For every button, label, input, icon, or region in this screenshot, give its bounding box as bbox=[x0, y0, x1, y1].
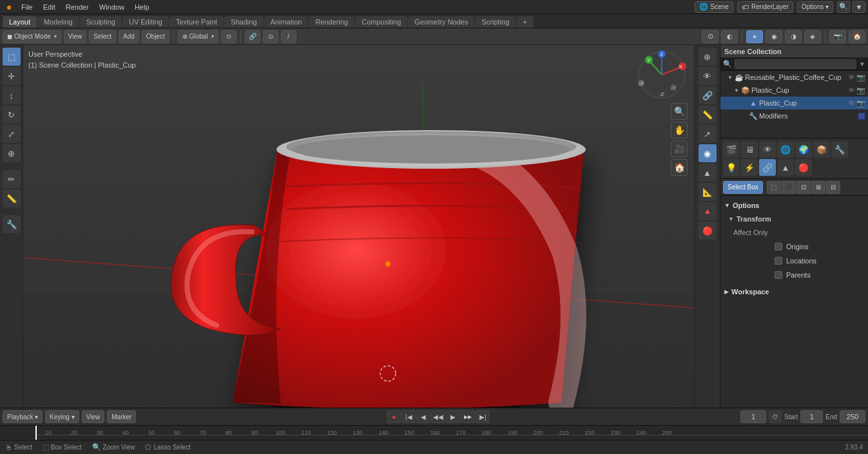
prop-icon-view-layer[interactable]: 👁 bbox=[759, 141, 776, 158]
record-btn[interactable]: ● bbox=[387, 410, 401, 423]
prop-icon-render[interactable]: 🎬 bbox=[723, 141, 740, 158]
menu-render[interactable]: Render bbox=[61, 2, 93, 12]
select-mode-4[interactable]: ⊞ bbox=[811, 181, 825, 194]
select-mode-5[interactable]: ⊟ bbox=[826, 181, 840, 194]
options-header[interactable]: ▼ Options bbox=[723, 198, 865, 213]
tab-geometry-nodes[interactable]: Geometry Nodes bbox=[408, 16, 474, 28]
outliner-eye-0[interactable]: 👁 bbox=[848, 73, 855, 82]
keying-menu[interactable]: Keying ▾ bbox=[45, 410, 79, 423]
playback-menu[interactable]: Playback ▾ bbox=[3, 410, 43, 423]
locations-checkbox[interactable] bbox=[775, 257, 782, 265]
prev-frame-btn[interactable]: ◀ bbox=[416, 410, 430, 423]
tool-add[interactable]: 🔧 bbox=[3, 215, 21, 233]
menu-help[interactable]: Help bbox=[130, 2, 154, 12]
snap-toggle[interactable]: 🔗 bbox=[245, 30, 260, 43]
tab-compositing[interactable]: Compositing bbox=[355, 16, 407, 28]
snap-icon-side[interactable]: 🔗 bbox=[699, 86, 717, 104]
render-layer-selector[interactable]: 🏷 RenderLayer bbox=[737, 1, 793, 13]
prop-icon-data[interactable]: ▲ bbox=[777, 159, 794, 176]
prop-icon-particles[interactable]: 💡 bbox=[723, 159, 740, 176]
proportional-toggle[interactable]: ⊙ bbox=[263, 30, 278, 43]
frame-number[interactable]: 1 bbox=[740, 410, 766, 423]
timeline-area[interactable]: 10 20 30 40 50 60 70 80 90 100 110 120 1… bbox=[0, 426, 868, 440]
viewport-gizmo[interactable]: X Y Z -X -Y -Z bbox=[636, 49, 688, 100]
overlay-button[interactable]: ⊙ bbox=[702, 30, 719, 43]
parents-checkbox[interactable] bbox=[775, 271, 782, 279]
tab-sculpting[interactable]: Sculpting bbox=[80, 16, 122, 28]
outliner-item-3[interactable]: ▶ 🔧 Modifiers M bbox=[720, 109, 868, 122]
start-frame[interactable]: 1 bbox=[800, 410, 823, 423]
outliner-eye-2[interactable]: 👁 bbox=[848, 99, 855, 108]
tab-animation[interactable]: Animation bbox=[264, 16, 309, 28]
mode-selector[interactable]: ◼ Object Mode ▾ bbox=[3, 30, 61, 43]
outliner-arrow-1[interactable]: ▼ bbox=[733, 87, 740, 93]
jump-start-btn[interactable]: |◀ bbox=[401, 410, 416, 423]
tool-transform[interactable]: ⊕ bbox=[3, 144, 21, 162]
outliner-item-1[interactable]: ▼ 📦 Plastic_Cup 👁 📷 bbox=[720, 84, 868, 97]
outliner-eye-1[interactable]: 👁 bbox=[848, 86, 855, 95]
outliner-camera-1[interactable]: 📷 bbox=[856, 86, 865, 95]
prop-icon-output[interactable]: 🖥 bbox=[741, 141, 758, 158]
play-reverse-btn[interactable]: ◀◀ bbox=[431, 410, 445, 423]
render-icon-side[interactable]: 🔴 bbox=[699, 222, 717, 240]
jump-end-btn[interactable]: ▶| bbox=[476, 410, 490, 423]
prop-icon-material[interactable]: 🔴 bbox=[795, 159, 812, 176]
view-menu[interactable]: View bbox=[64, 30, 87, 43]
measure-icon-side[interactable]: 📏 bbox=[699, 106, 717, 124]
transform-header[interactable]: ▼ Transform bbox=[723, 213, 865, 225]
object-menu[interactable]: Object bbox=[142, 30, 169, 43]
camera-btn[interactable]: 🎥 bbox=[671, 140, 688, 157]
material-shading[interactable]: ◉ bbox=[766, 30, 782, 43]
tab-texture-paint[interactable]: Texture Paint bbox=[169, 16, 224, 28]
options-button[interactable]: Options ▾ bbox=[797, 1, 833, 13]
active-tool-icon[interactable]: ⊕ bbox=[699, 48, 717, 66]
falloff-toggle[interactable]: / bbox=[281, 30, 296, 43]
prop-icon-scene[interactable]: 🌐 bbox=[777, 141, 794, 158]
tool-measure[interactable]: 📏 bbox=[3, 189, 21, 207]
pan-btn[interactable]: ✋ bbox=[671, 122, 688, 138]
prop-icon-world[interactable]: 🌍 bbox=[795, 141, 812, 158]
tab-layout[interactable]: Layout bbox=[3, 16, 37, 28]
shading-icon-side[interactable]: ◉ bbox=[699, 144, 717, 162]
scene-btn[interactable]: 🏠 bbox=[671, 159, 688, 176]
zoom-in-btn[interactable]: 🔍 bbox=[671, 103, 688, 120]
outliner-camera-0[interactable]: 📷 bbox=[856, 73, 865, 82]
pivot-button[interactable]: ⊙ bbox=[221, 30, 236, 43]
play-btn[interactable]: ▶ bbox=[446, 410, 460, 423]
tab-add[interactable]: + bbox=[516, 16, 533, 28]
outliner-arrow-0[interactable]: ▼ bbox=[727, 74, 733, 80]
overlay2-icon[interactable]: ▲ bbox=[699, 164, 717, 182]
prop-icon-constraints[interactable]: 🔗 bbox=[759, 159, 776, 176]
viewport[interactable]: User Perspective (1) Scene Collection | … bbox=[23, 45, 694, 408]
tab-modeling[interactable]: Modeling bbox=[37, 16, 79, 28]
outliner-search-input[interactable] bbox=[735, 59, 856, 69]
tool-select[interactable]: ⬚ bbox=[3, 48, 21, 66]
xray-button[interactable]: ◐ bbox=[721, 30, 738, 43]
visibility-icon[interactable]: 🔺 bbox=[699, 202, 717, 220]
transform-orientation[interactable]: ⊕ Global ▾ bbox=[178, 30, 218, 43]
menu-edit[interactable]: Edit bbox=[39, 2, 60, 12]
next-frame-btn[interactable]: ▶▶ bbox=[461, 410, 475, 423]
outliner-filter-icon[interactable]: ▼ bbox=[859, 61, 865, 68]
tab-shading[interactable]: Shading bbox=[224, 16, 263, 28]
marker-menu[interactable]: Marker bbox=[107, 410, 136, 423]
outliner-arrow-2[interactable]: ▶ bbox=[741, 100, 747, 106]
end-frame[interactable]: 250 bbox=[840, 410, 865, 423]
menu-file[interactable]: File bbox=[17, 2, 37, 12]
outliner-camera-2[interactable]: 📷 bbox=[856, 99, 865, 108]
view-menu-timeline[interactable]: View bbox=[82, 410, 105, 423]
fps-clock[interactable]: ⏱ bbox=[769, 410, 782, 423]
prop-icon-modifiers[interactable]: 🔧 bbox=[831, 141, 848, 158]
prop-icon-object[interactable]: 📦 bbox=[813, 141, 830, 158]
outliner-item-0[interactable]: ▼ ☕ Reusable_Plastic_Coffee_Cup 👁 📷 bbox=[720, 71, 868, 84]
blender-logo[interactable]: ● bbox=[3, 1, 15, 14]
search-button[interactable]: 🔍 bbox=[837, 1, 850, 13]
xray-icon-side[interactable]: ↗ bbox=[699, 125, 717, 143]
tab-uv-editing[interactable]: UV Editing bbox=[122, 16, 169, 28]
scene-view[interactable]: 🏠 bbox=[849, 30, 865, 43]
tool-scale[interactable]: ⤢ bbox=[3, 125, 21, 143]
eevee-shading[interactable]: ◈ bbox=[804, 30, 821, 43]
select-mode-1[interactable]: ⬚ bbox=[767, 181, 781, 194]
gizmo-icon[interactable]: 📐 bbox=[699, 183, 717, 201]
select-box-btn[interactable]: Select Box bbox=[723, 181, 763, 194]
